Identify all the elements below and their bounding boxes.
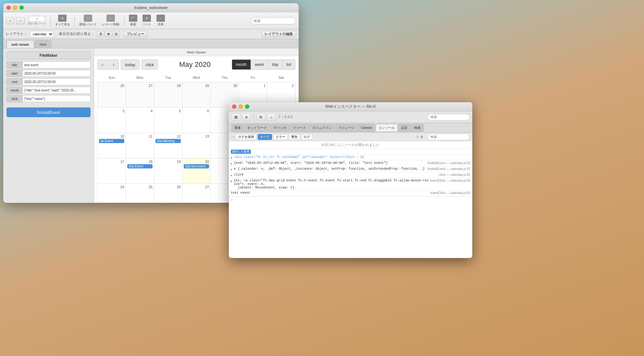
cal-cell-w2-d2[interactable]: 1210a Meeting (154, 133, 182, 158)
cal-cell-w2-d0[interactable]: 104p Event (98, 133, 126, 158)
console-input[interactable] (235, 198, 470, 202)
cal-cell-w1-d1[interactable]: 4 (126, 107, 154, 133)
inspector-search-input[interactable] (427, 114, 470, 120)
console-input-row[interactable]: › (229, 196, 472, 204)
new-record-btn[interactable]: + 新規レコード (78, 14, 98, 28)
cal-cell-w0-d0[interactable]: 26 (98, 82, 126, 107)
console-row-5[interactable]: ▶ {el: <a class="fc-day-grid-event fc-h-… (229, 178, 472, 190)
insp-tab-storage[interactable]: ストレージ (335, 124, 357, 132)
console-refresh-icon[interactable]: ↻ (416, 135, 419, 139)
sort-btn[interactable]: ⇅ ソート (141, 14, 153, 28)
cal-cell-w1-d3[interactable]: 6 (182, 107, 211, 133)
all-records-btn[interactable]: ⊞ すべて見る (54, 14, 71, 28)
cal-cell-w4-d3[interactable]: 27 (182, 183, 211, 203)
cal-cell-w0-d1[interactable]: 27 (126, 82, 154, 107)
cal-event-w3-d1-e0[interactable]: 10a Event (127, 164, 153, 168)
cal-view-list[interactable]: list (282, 59, 295, 70)
grid-view-btn[interactable]: ⊞ (105, 31, 112, 37)
insp-refresh-btn[interactable]: ↻ (256, 113, 266, 121)
console-all-btn[interactable]: すべて (258, 134, 272, 140)
cal-view-day[interactable]: day (268, 59, 282, 70)
tab-html[interactable]: html (35, 40, 51, 48)
insp-tab-search[interactable]: 検索 (411, 124, 424, 132)
cal-cell-w2-d3[interactable]: 13 (182, 133, 211, 158)
console-row-4[interactable]: ▶ click click — calendar.js:92 (229, 172, 472, 178)
cal-next-button[interactable]: › (108, 59, 119, 70)
tab-webviewer[interactable]: web viewer (6, 40, 34, 48)
insp-tab-settings[interactable]: 設定 (398, 124, 411, 132)
console-persist-btn[interactable]: ログを保持 (236, 134, 256, 140)
cal-cell-w3-d3[interactable]: 2010a test event (182, 158, 211, 183)
console-arrow-1[interactable]: ▶ (231, 156, 232, 160)
list-view-btn[interactable]: ☰ (97, 31, 104, 37)
cal-event-w2-d2-e0[interactable]: 10a Meeting (155, 139, 181, 143)
cal-cell-w3-d1[interactable]: 1810a Event (126, 158, 154, 183)
insp-tab-resources[interactable]: リソース (290, 124, 309, 132)
insp-tab-network[interactable]: ネットワーク (244, 124, 270, 132)
field-value-title[interactable]: test event (23, 61, 91, 68)
cal-cell-w4-d0[interactable]: 24 (98, 183, 126, 203)
cal-cell-w4-d1[interactable]: 25 (126, 183, 154, 203)
console-link-3[interactable]: fmAddEvent — calendar.js:92 (427, 167, 470, 171)
layout-select[interactable]: calendar (30, 31, 54, 37)
console-back-btn[interactable]: ‹ (231, 135, 232, 139)
search-btn[interactable]: 🔍 検索 (127, 14, 139, 28)
insp-tab-elements[interactable]: 要素 (231, 124, 244, 132)
preview-view-btn[interactable]: ⊟ (113, 31, 120, 37)
cal-view-month[interactable]: month (232, 59, 251, 70)
insp-tab-debugger[interactable]: デバッガ (270, 124, 289, 132)
insp-split-btn[interactable]: ≡ (242, 113, 251, 121)
cal-event-w2-d0-e0[interactable]: 4p Event (99, 139, 124, 143)
console-forward-btn[interactable]: › (233, 135, 234, 139)
field-value-start[interactable]: 2020-05-20T10:00:00 (23, 70, 91, 77)
console-arrow-3[interactable]: ▶ (231, 168, 232, 171)
inspector-max-btn[interactable] (245, 104, 249, 109)
console-link-6[interactable]: eventClick — calendar.js:92 (430, 191, 470, 195)
inspector-close-btn[interactable] (232, 104, 236, 109)
cal-cell-w3-d0[interactable]: 17 (98, 158, 126, 183)
insp-tab-console[interactable]: コンソール (376, 124, 398, 132)
cal-today-button[interactable]: today (121, 59, 140, 70)
console-link-5[interactable]: eventClick — calendar.js:92 (430, 179, 470, 182)
maximize-btn[interactable] (19, 6, 24, 10)
cal-cell-w1-d0[interactable]: 3 (98, 107, 126, 133)
toolbar-search-input[interactable] (251, 17, 296, 24)
share-btn[interactable]: ↑ 共有 (155, 14, 167, 28)
inspector-min-btn[interactable] (239, 104, 243, 109)
console-row-1[interactable]: ▶ <div class="fc fc-ltr fc-unthemed" id=… (229, 155, 472, 161)
console-link-4[interactable]: click — calendar.js:92 (439, 173, 470, 177)
fm-add-event-button[interactable]: fmAddEvent (6, 107, 91, 117)
field-value-result[interactable]: {"title":"test event","start":"2020-05..… (23, 87, 91, 94)
close-btn[interactable] (6, 6, 11, 10)
edit-layout-button[interactable]: レイアウトの編集 (262, 31, 296, 37)
insp-tab-canvas[interactable]: Canvas (358, 124, 375, 132)
cal-cell-w0-d2[interactable]: 28 (154, 82, 182, 107)
console-link-2[interactable]: fmAddEvent — calendar.js:92 (427, 161, 470, 165)
cal-cell-w3-d2[interactable]: 19 (154, 158, 182, 183)
preview-button[interactable]: プレビュー (124, 31, 147, 37)
cal-cell-w1-d2[interactable]: 5 (154, 107, 182, 133)
back-button[interactable]: ‹ (6, 17, 14, 24)
cal-cell-w0-d3[interactable]: 29 (182, 82, 211, 107)
delete-record-btn[interactable]: × レコード削除 (100, 14, 121, 28)
field-value-click[interactable]: {"key":"value"} (23, 95, 91, 102)
cal-view-week[interactable]: week (251, 59, 268, 70)
insp-tab-timeline[interactable]: タイムライン (309, 124, 335, 132)
cal-click-button[interactable]: click (142, 59, 158, 70)
console-row-6[interactable]: test event eventClick — calendar.js:92 (229, 190, 472, 196)
cal-cell-w4-d2[interactable]: 26 (154, 183, 182, 203)
console-row-2[interactable]: ▶ {end: "2020-05-20T12:00:00", start: "2… (229, 161, 472, 166)
console-arrow-2[interactable]: ▶ (231, 162, 232, 166)
minimize-btn[interactable] (13, 6, 17, 10)
cal-cell-w2-d1[interactable]: 11 (126, 133, 154, 158)
insp-download-btn[interactable]: ↓ (267, 113, 276, 121)
cal-event-w3-d3-e0[interactable]: 10a test event (184, 164, 209, 168)
insp-layout-btn[interactable]: ⊞ (231, 113, 241, 121)
console-row-3[interactable]: ▶ e {_calendar: e, _def: Object, _instan… (229, 166, 472, 172)
console-log-btn[interactable]: ログ (301, 134, 312, 140)
console-arrow-5[interactable]: ▶ (231, 179, 232, 183)
forward-button[interactable]: › (16, 17, 25, 24)
field-value-end[interactable]: 2020-05-20T12:00:00 (23, 78, 91, 85)
console-arrow-4[interactable]: ▶ (231, 174, 232, 177)
console-search-input[interactable] (427, 134, 470, 140)
